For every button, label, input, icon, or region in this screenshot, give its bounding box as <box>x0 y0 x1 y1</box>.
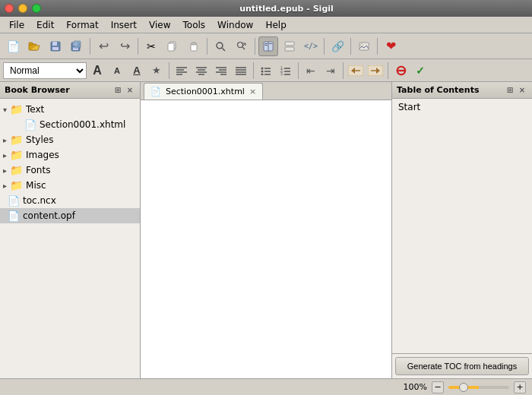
generate-toc-button[interactable]: Generate TOC from headings <box>395 357 529 375</box>
toc-ncx-icon: 📄 <box>8 195 20 207</box>
zoom-in-button[interactable]: + <box>514 381 526 393</box>
misc-folder-toggle <box>3 180 7 191</box>
special-char-button[interactable]: ★ <box>147 62 166 80</box>
tree-text-folder[interactable]: 📁 Text <box>0 102 140 117</box>
menu-help[interactable]: Help <box>259 18 292 32</box>
tree-content-opf-label: content.opf <box>23 210 75 221</box>
validate-button[interactable]: ❤ <box>381 36 401 56</box>
toc-close-icon[interactable]: × <box>517 85 527 96</box>
styles-folder-toggle <box>3 134 7 145</box>
replace-button[interactable] <box>232 36 252 56</box>
undo-button[interactable]: ↩ <box>93 36 113 56</box>
styles-folder-icon: 📁 <box>10 134 23 146</box>
svg-point-25 <box>361 43 363 46</box>
align-left-button[interactable] <box>173 62 191 80</box>
svg-point-46 <box>261 73 264 75</box>
tree-toc-ncx[interactable]: 📄 toc.ncx <box>0 193 140 208</box>
minimize-button[interactable] <box>18 4 27 13</box>
panel-float-icon[interactable]: ⊞ <box>112 85 123 96</box>
toc-float-icon[interactable]: ⊞ <box>505 85 515 96</box>
svg-rect-12 <box>192 43 196 45</box>
zoom-label: 100% <box>404 382 427 392</box>
nav-fwd-button[interactable] <box>366 62 385 80</box>
menu-format[interactable]: Format <box>60 18 104 32</box>
copy-button[interactable] <box>163 36 182 56</box>
menu-window[interactable]: Window <box>211 18 259 32</box>
split-view-button[interactable] <box>280 36 299 56</box>
align-center-button[interactable] <box>192 62 211 80</box>
tree-fonts-folder[interactable]: 📁 Fonts <box>0 163 140 178</box>
svg-rect-20 <box>264 45 268 46</box>
svg-text:3.: 3. <box>280 71 283 75</box>
tree-content-opf[interactable]: 📄 content.opf <box>0 208 140 223</box>
tab-icon: 📄 <box>150 87 161 96</box>
code-view-button[interactable]: </> <box>301 36 321 56</box>
book-browser-controls: ⊞ × <box>112 85 135 96</box>
tree-misc-folder[interactable]: 📁 Misc <box>0 178 140 193</box>
content-opf-icon: 📄 <box>8 210 20 222</box>
zoom-out-button[interactable]: − <box>432 381 444 393</box>
file-tree: 📁 Text 📄 Section0001.xhtml 📁 Styles 📁 Im… <box>0 99 140 378</box>
increase-indent-button[interactable]: ⇥ <box>321 62 340 80</box>
svg-point-13 <box>217 43 223 49</box>
svg-rect-4 <box>52 47 59 50</box>
svg-line-16 <box>242 46 245 49</box>
tree-styles-label: Styles <box>26 134 53 145</box>
editor-content[interactable] <box>141 100 391 378</box>
status-bar: 100% − + <box>0 378 532 395</box>
remove-btn[interactable]: ⊖ <box>391 62 410 80</box>
check-btn[interactable]: ✓ <box>411 62 429 80</box>
menu-view[interactable]: View <box>143 18 176 32</box>
images-folder-icon: 📁 <box>10 149 23 161</box>
find-button[interactable] <box>211 36 230 56</box>
toc-item-start: Start <box>398 102 526 112</box>
toolbar-sep-3 <box>207 38 207 55</box>
nav-back-button[interactable] <box>347 62 365 80</box>
style-select[interactable]: Normal Heading 1 Heading 2 Heading 3 Hea… <box>3 62 87 79</box>
redo-button[interactable]: ↪ <box>115 36 135 56</box>
tree-section0001[interactable]: 📄 Section0001.xhtml <box>0 117 140 132</box>
toolbar-sep-2 <box>138 38 138 55</box>
book-view-button[interactable] <box>258 36 278 56</box>
tree-images-folder[interactable]: 📁 Images <box>0 147 140 163</box>
decrease-indent-button[interactable]: ⇤ <box>302 62 320 80</box>
menu-edit[interactable]: Edit <box>30 18 60 32</box>
open-button[interactable] <box>24 36 44 56</box>
new-button[interactable]: 📄 <box>3 36 23 56</box>
toc-title: Table of Contents <box>397 85 479 95</box>
save-all-button[interactable] <box>67 36 87 56</box>
font-bigger-button[interactable]: A <box>88 62 106 80</box>
text-folder-toggle <box>3 104 7 115</box>
paste-button[interactable] <box>184 36 204 56</box>
toolbar-sep-5 <box>324 38 325 55</box>
bullet-list-button[interactable] <box>257 62 275 80</box>
toc-controls: ⊞ × <box>505 85 527 96</box>
num-list-button[interactable]: 1.2.3. <box>277 62 295 80</box>
toc-content: Start <box>392 99 532 353</box>
font-smaller-button[interactable]: A <box>108 62 126 80</box>
cut-button[interactable]: ✂ <box>141 36 161 56</box>
svg-point-44 <box>261 70 264 72</box>
link-button[interactable]: 🔗 <box>328 36 347 56</box>
fmt-sep-1 <box>169 62 169 79</box>
remove-format-button[interactable]: A <box>128 62 146 80</box>
toolbar-sep-7 <box>377 38 378 55</box>
tab-section0001[interactable]: 📄 Section0001.xhtml × <box>144 83 263 100</box>
tree-toc-ncx-label: toc.ncx <box>23 195 56 206</box>
menu-insert[interactable]: Insert <box>105 18 143 32</box>
menu-tools[interactable]: Tools <box>177 18 212 32</box>
image-button[interactable] <box>354 36 374 56</box>
maximize-button[interactable] <box>32 4 41 13</box>
save-button[interactable] <box>46 36 65 56</box>
panel-close-icon[interactable]: × <box>125 85 135 96</box>
menu-file[interactable]: File <box>3 18 30 32</box>
close-button[interactable] <box>5 4 14 13</box>
tab-close-button[interactable]: × <box>249 87 256 96</box>
svg-rect-23 <box>285 47 294 51</box>
window-title: untitled.epub - Sigil <box>46 4 527 14</box>
menu-bar: File Edit Format Insert View Tools Windo… <box>0 17 532 33</box>
zoom-slider[interactable] <box>448 386 509 389</box>
tree-styles-folder[interactable]: 📁 Styles <box>0 132 140 147</box>
align-right-button[interactable] <box>212 62 230 80</box>
align-justify-button[interactable] <box>232 62 250 80</box>
